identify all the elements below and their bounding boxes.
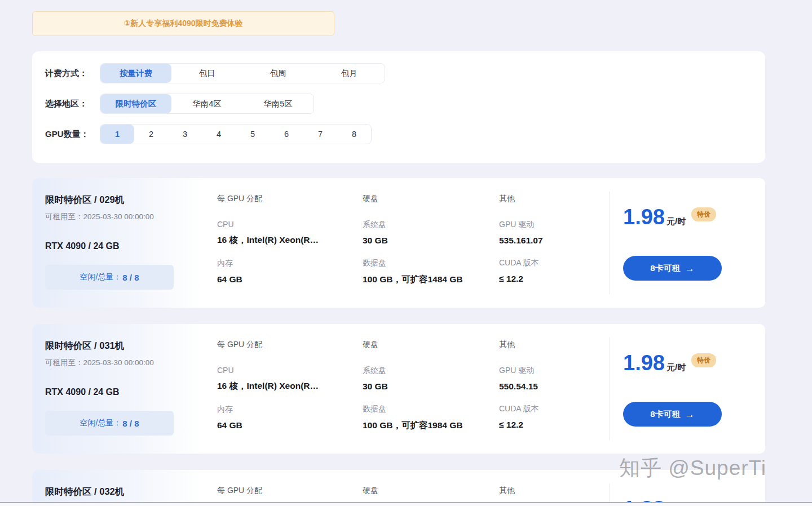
machine-summary: 限时特价区 / 032机 <box>32 470 203 506</box>
price-row: 1.98 元/时 特价 <box>623 206 765 228</box>
tab-gpu-6[interactable]: 6 <box>270 125 303 144</box>
bottom-edge-line <box>0 502 812 503</box>
per-gpu-header: 每 GPU 分配 <box>217 194 363 204</box>
tab-billing-monthly[interactable]: 包月 <box>314 64 385 83</box>
gpu-count-filter-row: GPU数量： 1 2 3 4 5 6 7 8 <box>32 124 765 144</box>
memory-value: 64 GB <box>217 274 363 285</box>
system-disk-label: 系统盘 <box>363 220 499 230</box>
cpu-value: 16 核，Intel(R) Xeon(R… <box>217 380 363 392</box>
memory-value: 64 GB <box>217 420 363 430</box>
cuda-version-label: CUDA 版本 <box>499 258 609 268</box>
gpu-driver-value: 535.161.07 <box>499 236 609 246</box>
promo-banner-text: ①新人专享福利4090限时免费体验 <box>124 19 243 29</box>
spec-col-disk: 硬盘 系统盘 30 GB 数据盘 100 GB，可扩容1484 GB <box>363 194 499 308</box>
availability-label: 空闲/总量： <box>80 272 121 282</box>
data-disk-value: 100 GB，可扩容1484 GB <box>363 274 499 286</box>
machine-title: 限时特价区 / 032机 <box>45 486 203 498</box>
region-tab-group: 限时特价区 华南4区 华南5区 <box>100 94 314 114</box>
cuda-version-value: ≤ 12.2 <box>499 274 609 284</box>
disk-header: 硬盘 <box>363 340 499 350</box>
system-disk-value: 30 GB <box>363 381 499 392</box>
billing-label: 计费方式： <box>45 68 100 79</box>
machine-availability-badge: 空闲/总量： 8 / 8 <box>45 265 174 290</box>
system-disk-label: 系统盘 <box>363 366 499 376</box>
machine-price-panel: 1.98 元/时 特价 8卡可租 → <box>609 178 765 308</box>
tab-gpu-8[interactable]: 8 <box>337 125 371 144</box>
machine-specs: 每 GPU 分配 CPU 16 核，Intel(R) Xeon(R… 内存 64… <box>203 324 609 454</box>
cpu-label: CPU <box>217 366 363 375</box>
spec-col-disk: 硬盘 系统盘 30 GB 数据盘 100 GB，可扩容1984 GB <box>363 340 499 454</box>
promo-banner[interactable]: ①新人专享福利4090限时免费体验 <box>32 11 334 36</box>
special-price-badge: 特价 <box>691 353 716 367</box>
billing-tab-group: 按量计费 包日 包周 包月 <box>100 63 385 83</box>
other-header: 其他 <box>499 486 609 496</box>
machine-price-panel: 1.98 元/时 特价 8卡可租 → <box>609 324 765 454</box>
machine-gpu-model: RTX 4090 / 24 GB <box>45 241 203 251</box>
machine-availability-badge: 空闲/总量： 8 / 8 <box>45 411 174 436</box>
gpu-count-label: GPU数量： <box>45 129 100 140</box>
disk-header: 硬盘 <box>363 194 499 204</box>
tab-gpu-7[interactable]: 7 <box>303 125 337 144</box>
machine-title: 限时特价区 / 031机 <box>45 340 203 352</box>
tab-gpu-1[interactable]: 1 <box>100 125 134 144</box>
special-price-badge: 特价 <box>691 207 716 221</box>
availability-value: 8 / 8 <box>122 273 139 282</box>
machine-summary: 限时特价区 / 029机 可租用至：2025-03-30 00:00:00 RT… <box>32 178 203 308</box>
spec-col-per-gpu: 每 GPU 分配 CPU 16 核，Intel(R) Xeon(R… 内存 64… <box>217 340 363 454</box>
price-row: 1.98 元/时 特价 <box>623 352 765 374</box>
region-filter-row: 选择地区： 限时特价区 华南4区 华南5区 <box>32 94 765 114</box>
machine-summary: 限时特价区 / 031机 可租用至：2025-03-30 00:00:00 RT… <box>32 324 203 454</box>
data-disk-value: 100 GB，可扩容1984 GB <box>363 420 499 432</box>
arrow-right-icon: → <box>685 410 695 419</box>
disk-header: 硬盘 <box>363 486 499 496</box>
tab-region-south5[interactable]: 华南5区 <box>242 94 314 113</box>
machine-rent-until: 可租用至：2025-03-30 00:00:00 <box>45 212 203 222</box>
data-disk-label: 数据盘 <box>363 404 499 414</box>
rent-button-label: 8卡可租 <box>650 409 680 420</box>
tab-billing-daily[interactable]: 包日 <box>171 64 242 83</box>
tab-gpu-4[interactable]: 4 <box>202 125 236 144</box>
tab-region-special[interactable]: 限时特价区 <box>100 94 171 113</box>
cuda-version-label: CUDA 版本 <box>499 404 609 414</box>
machine-gpu-model: RTX 4090 / 24 GB <box>45 387 203 397</box>
billing-filter-row: 计费方式： 按量计费 包日 包周 包月 <box>32 63 765 83</box>
availability-value: 8 / 8 <box>122 419 139 428</box>
tab-region-south4[interactable]: 华南4区 <box>171 94 242 113</box>
tab-billing-weekly[interactable]: 包周 <box>242 64 314 83</box>
other-header: 其他 <box>499 340 609 350</box>
other-header: 其他 <box>499 194 609 204</box>
price-value: 1.98 <box>623 206 665 228</box>
machine-title: 限时特价区 / 029机 <box>45 194 203 206</box>
memory-label: 内存 <box>217 259 363 269</box>
gpu-driver-label: GPU 驱动 <box>499 366 609 376</box>
filter-panel: 计费方式： 按量计费 包日 包周 包月 选择地区： 限时特价区 华南4区 华南5… <box>32 51 765 163</box>
availability-label: 空闲/总量： <box>80 418 121 428</box>
price-unit: 元/时 <box>667 216 686 227</box>
gpu-count-tab-group: 1 2 3 4 5 6 7 8 <box>100 124 372 144</box>
page: ①新人专享福利4090限时免费体验 计费方式： 按量计费 包日 包周 包月 选择… <box>0 0 812 506</box>
machine-card: 限时特价区 / 029机 可租用至：2025-03-30 00:00:00 RT… <box>32 178 765 308</box>
region-label: 选择地区： <box>45 99 100 109</box>
price-value: 1.98 <box>623 352 665 374</box>
bottom-strip <box>0 503 812 506</box>
spec-col-per-gpu: 每 GPU 分配 CPU 16 核，Intel(R) Xeon(R… 内存 64… <box>217 194 363 308</box>
machine-specs: 每 GPU 分配 CPU 16 核，Intel(R) Xeon(R… 内存 64… <box>203 178 609 308</box>
rent-button[interactable]: 8卡可租 → <box>623 402 722 427</box>
rent-button[interactable]: 8卡可租 → <box>623 256 722 281</box>
tab-gpu-5[interactable]: 5 <box>236 125 270 144</box>
cuda-version-value: ≤ 12.2 <box>499 420 609 430</box>
data-disk-label: 数据盘 <box>363 258 499 268</box>
machine-card: 限时特价区 / 031机 可租用至：2025-03-30 00:00:00 RT… <box>32 324 765 454</box>
tab-gpu-3[interactable]: 3 <box>168 125 202 144</box>
machine-specs: 每 GPU 分配 硬盘 其他 <box>203 470 609 506</box>
system-disk-value: 30 GB <box>363 236 499 246</box>
spec-col-other: 其他 GPU 驱动 550.54.15 CUDA 版本 ≤ 12.2 <box>499 340 609 454</box>
per-gpu-header: 每 GPU 分配 <box>217 486 363 496</box>
tab-gpu-2[interactable]: 2 <box>134 125 168 144</box>
rent-button-label: 8卡可租 <box>650 263 680 274</box>
spec-col-other: 其他 GPU 驱动 535.161.07 CUDA 版本 ≤ 12.2 <box>499 194 609 308</box>
tab-billing-metered[interactable]: 按量计费 <box>100 64 171 83</box>
memory-label: 内存 <box>217 405 363 415</box>
watermark: 知乎 @SuperTi <box>619 454 766 482</box>
machine-rent-until: 可租用至：2025-03-30 00:00:00 <box>45 358 203 368</box>
